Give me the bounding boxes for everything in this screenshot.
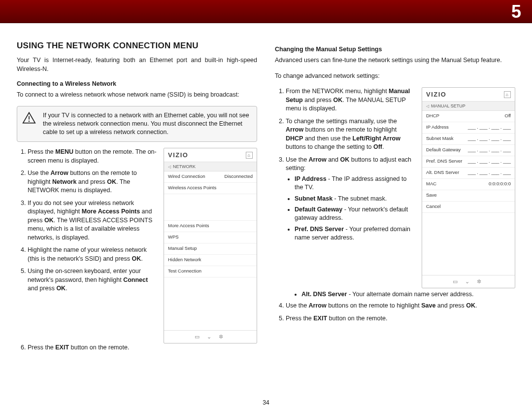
subheading-manual: Changing the Manual Setup Settings xyxy=(275,46,515,53)
step: To change the settings manually, use the… xyxy=(286,117,415,152)
tv-row-label: Test Connection xyxy=(168,268,201,275)
intro-text: Your TV is Internet-ready, featuring bot… xyxy=(17,56,257,73)
tv-crumb: MANUAL SETUP xyxy=(431,103,466,108)
step: Press the EXIT button on the remote. xyxy=(286,314,515,323)
manual-steps: From the NETWORK menu, highlight Manual … xyxy=(275,87,415,242)
home-icon: ⌂ xyxy=(504,91,511,98)
setting-item: Alt. DNS Server - Your alternate domain … xyxy=(301,290,515,299)
tv-footer-icons: ▭ ⌄ ✲ xyxy=(164,330,257,343)
tv-row-label: Wireless Access Points xyxy=(168,185,216,192)
back-icon: ◁ xyxy=(168,165,171,169)
setting-item: Default Gateway - Your network's default… xyxy=(295,206,415,222)
warning-text: If your TV is connected to a network wit… xyxy=(43,111,251,137)
manual-intro: Advanced users can fine-tune the network… xyxy=(275,56,515,65)
wireless-steps: Press the MENU button on the remote. The… xyxy=(17,148,157,293)
tv-row-value: Disconnected xyxy=(224,173,253,180)
manual-lead: To change advanced network settings: xyxy=(275,71,515,80)
tv-row-label: WPS xyxy=(168,234,179,241)
settings-list-continued: Alt. DNS Server - Your alternate domain … xyxy=(275,290,515,299)
setting-item: IP Address - The IP address assigned to … xyxy=(295,175,415,192)
tv-row-label: Hidden Network xyxy=(168,257,201,264)
setting-item: Pref. DNS Server - Your preferred domain… xyxy=(295,225,415,242)
tv-row-label: Manual Setup xyxy=(168,245,197,252)
step: From the NETWORK menu, highlight Manual … xyxy=(286,87,415,113)
tv-row-value: ___ . ___ . ___ . ___ xyxy=(468,170,511,176)
tv-brand: VIZIO xyxy=(426,91,446,98)
section-heading: USING THE NETWORK CONNECTION MENU xyxy=(17,41,257,51)
tv-row-label: More Access Points xyxy=(168,223,209,230)
page-body: USING THE NETWORK CONNECTION MENU Your T… xyxy=(0,23,532,357)
tv-screenshot-network: VIZIO ⌂ ◁NETWORK Wired ConnectionDisconn… xyxy=(164,148,257,343)
step: Press the MENU button on the remote. The… xyxy=(28,148,157,165)
tv-row-label: Subnet Mask xyxy=(426,136,453,142)
tv-row-value: ___ . ___ . ___ . ___ xyxy=(468,158,511,165)
tv-brand: VIZIO xyxy=(168,151,188,159)
tv-row-value: Off xyxy=(505,113,511,120)
tv-row-label: Pref. DNS Server xyxy=(426,158,462,165)
setting-item: Subnet Mask - The subnet mask. xyxy=(295,195,415,203)
tv-row-value: ___ . ___ . ___ . ___ xyxy=(468,147,511,154)
tv-row-label: Alt. DNS Server xyxy=(426,170,459,176)
tv-footer-icons: ▭ ⌄ ✲ xyxy=(422,275,515,288)
step: Use the Arrow buttons on the remote to h… xyxy=(286,302,515,310)
tv-row-label: Cancel xyxy=(426,204,441,210)
step: If you do not see your wireless network … xyxy=(28,199,157,242)
tv-row-label: Wired Connection xyxy=(168,173,205,180)
tv-row-value: ___ . ___ . ___ . ___ xyxy=(468,136,511,142)
right-column: Changing the Manual Setup Settings Advan… xyxy=(275,41,515,357)
tv-row-label: IP Address xyxy=(426,124,449,131)
step: Using the on-screen keyboard, enter your… xyxy=(28,267,157,293)
tv-empty-area xyxy=(164,194,257,221)
home-icon: ⌂ xyxy=(246,152,253,159)
warning-box: If your TV is connected to a network wit… xyxy=(17,106,257,142)
wireless-steps-continued: Press the EXIT button on the remote. xyxy=(17,343,257,352)
back-icon: ◁ xyxy=(426,104,429,108)
subheading-wireless: Connecting to a Wireless Network xyxy=(17,80,257,87)
svg-point-1 xyxy=(29,121,30,122)
step: Use the Arrow and OK buttons to adjust e… xyxy=(286,156,415,242)
tv-crumb: NETWORK xyxy=(173,164,196,169)
manual-steps-continued: Use the Arrow buttons on the remote to h… xyxy=(275,302,515,323)
tv-row-label: Default Gateway xyxy=(426,147,461,154)
wireless-intro: To connect to a wireless network whose n… xyxy=(17,90,257,99)
tv-row-label: Save xyxy=(426,192,437,199)
tv-row-label: MAC xyxy=(426,181,436,188)
left-column: USING THE NETWORK CONNECTION MENU Your T… xyxy=(17,41,257,357)
chapter-bar: 5 xyxy=(0,0,532,23)
step: Highlight the name of your wireless netw… xyxy=(28,246,157,263)
step: Use the Arrow buttons on the remote to h… xyxy=(28,169,157,195)
tv-row-label: DHCP xyxy=(426,113,439,120)
tv-row-value: ___ . ___ . ___ . ___ xyxy=(468,124,511,131)
tv-screenshot-manual: VIZIO ⌂ ◁MANUAL SETUP DHCPOff IP Address… xyxy=(422,87,515,288)
tv-row-value: 0:0:0:0:0:0 xyxy=(489,181,511,188)
step: Press the EXIT button on the remote. xyxy=(28,343,257,352)
chapter-number: 5 xyxy=(511,1,521,22)
warning-icon xyxy=(22,111,36,126)
page-number: 34 xyxy=(0,399,532,406)
settings-list: IP Address - The IP address assigned to … xyxy=(286,175,415,242)
